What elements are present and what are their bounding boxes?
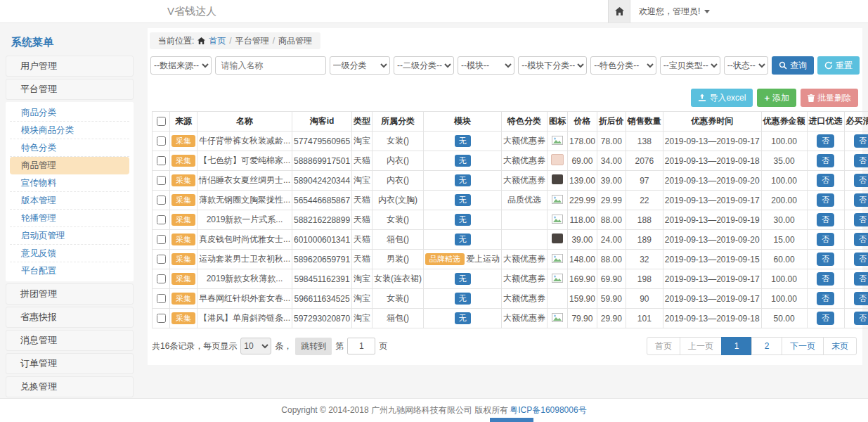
taoke-id: 589620659791 — [292, 250, 352, 269]
reset-button[interactable]: 重置 — [817, 56, 860, 75]
row-checkbox[interactable] — [157, 235, 166, 244]
must-buy-badge[interactable]: 否 — [854, 213, 868, 226]
filter-select-8[interactable]: --状态-- — [724, 56, 768, 75]
jump-button[interactable]: 跳转到 — [295, 338, 332, 355]
coupon-time: 2019-09-13—2019-09-17 — [663, 269, 761, 289]
sidebar-group-item[interactable]: 消息管理 — [6, 330, 134, 351]
product-name: 薄款无钢圈文胸聚拢性... — [197, 191, 292, 210]
sidebar-group-item[interactable]: 订单管理 — [6, 353, 134, 374]
row-checkbox[interactable] — [157, 314, 166, 323]
home-button[interactable] — [608, 0, 630, 23]
coupon-amount: 100.00 — [761, 132, 807, 151]
sidebar-group-item[interactable]: 用户管理 — [6, 56, 134, 77]
sidebar-sub-item[interactable]: 商品管理 — [10, 157, 129, 174]
row-checkbox[interactable] — [157, 196, 166, 205]
product-category: 男装() — [373, 250, 424, 269]
sidebar-sub-item[interactable]: 商品分类 — [10, 104, 129, 122]
row-checkbox[interactable] — [157, 215, 166, 224]
import-select-badge[interactable]: 否 — [817, 213, 834, 226]
coupon-amount: 35.00 — [761, 151, 807, 171]
must-buy-badge[interactable]: 否 — [854, 292, 868, 305]
user-menu[interactable]: 欢迎您，管理员! — [630, 0, 718, 23]
product-name: 2019新款一片式系... — [197, 210, 292, 230]
sidebar-group-item[interactable]: 兑换管理 — [6, 376, 134, 397]
row-checkbox[interactable] — [157, 255, 166, 264]
must-buy-badge[interactable]: 否 — [854, 154, 868, 167]
must-buy-badge[interactable]: 否 — [854, 174, 868, 186]
sidebar-group-item[interactable]: 拼团管理 — [6, 283, 134, 305]
filter-select-3[interactable]: --二级分类-- — [394, 56, 454, 75]
import-select-badge[interactable]: 否 — [817, 193, 834, 206]
jump-page-input[interactable] — [347, 338, 375, 354]
must-buy-badge[interactable]: 否 — [854, 252, 868, 265]
must-buy-badge[interactable]: 否 — [854, 272, 868, 285]
coupon-amount: 15.00 — [761, 230, 807, 250]
sidebar-sub-item[interactable]: 轮播管理 — [10, 210, 129, 227]
row-checkbox[interactable] — [157, 274, 166, 283]
add-button[interactable]: + 添加 — [757, 89, 796, 107]
image-placeholder-icon — [552, 215, 563, 224]
module-cell: 无 — [424, 132, 502, 151]
page-button[interactable]: 1 — [721, 337, 752, 355]
filter-select-4[interactable]: --模块-- — [458, 56, 514, 75]
breadcrumb-home-link[interactable]: 首页 — [209, 35, 226, 47]
source-badge: 采集 — [171, 273, 195, 285]
import-select-badge[interactable]: 否 — [817, 292, 834, 305]
batch-delete-label: 批量删除 — [817, 92, 851, 104]
row-checkbox[interactable] — [157, 294, 166, 303]
import-excel-button[interactable]: 导入excel — [691, 89, 753, 107]
must-buy-badge[interactable]: 否 — [854, 193, 868, 206]
page-button[interactable]: 上一页 — [680, 337, 722, 355]
taoke-id: 588216228899 — [292, 210, 352, 230]
filter-select-7[interactable]: --宝贝类型-- — [660, 56, 720, 75]
page-button[interactable]: 下一页 — [782, 337, 824, 355]
import-select-badge[interactable]: 否 — [817, 233, 834, 245]
sidebar-sub-item[interactable]: 意见反馈 — [10, 245, 129, 262]
action-row: 导入excel + 添加 批量删除 — [148, 89, 858, 107]
import-select-badge[interactable]: 否 — [817, 154, 834, 167]
sales-count: 97 — [626, 171, 663, 191]
product-icon-cell — [548, 151, 568, 171]
name-search-input[interactable] — [215, 56, 326, 75]
product-icon-cell — [548, 210, 568, 230]
select-all-checkbox[interactable] — [157, 117, 166, 126]
batch-delete-button[interactable]: 批量删除 — [801, 89, 858, 107]
icp-link[interactable]: 粤ICP备16098006号 — [510, 404, 586, 416]
import-select-badge[interactable]: 否 — [817, 312, 834, 324]
sidebar-group-item[interactable]: 省惠快报 — [6, 307, 134, 328]
sidebar-menu: 用户管理 平台管理 商品分类 模块商品分类 特色分类 商品管理 宣传物料 版本管… — [6, 56, 134, 421]
import-select-badge[interactable]: 否 — [817, 252, 834, 265]
row-checkbox[interactable] — [157, 176, 166, 185]
sidebar-group-item[interactable]: 平台管理 — [6, 79, 134, 100]
filter-select-5[interactable]: --模块下分类-- — [518, 56, 587, 75]
per-page-select[interactable]: 10 — [240, 338, 271, 354]
search-button[interactable]: 查询 — [772, 56, 814, 75]
row-checkbox[interactable] — [157, 156, 166, 165]
import-select-badge[interactable]: 否 — [817, 272, 834, 285]
module-cell: 无 — [424, 230, 502, 250]
page-button[interactable]: 末页 — [823, 337, 857, 355]
must-buy-badge[interactable]: 否 — [854, 233, 868, 245]
sidebar-sub-item[interactable]: 平台配置 — [10, 262, 129, 279]
row-checkbox[interactable] — [157, 136, 166, 146]
must-buy-badge[interactable]: 否 — [854, 312, 868, 324]
filter-select-6[interactable]: --特色分类-- — [590, 56, 656, 75]
import-select-badge[interactable]: 否 — [817, 174, 834, 186]
products-table: 来源名称淘客id类型所属分类模块特色分类图标价格折后价销售数量优惠券时间优惠券金… — [152, 111, 868, 328]
welcome-text: 欢迎您，管理员! — [639, 6, 700, 18]
must-buy-badge[interactable]: 否 — [854, 134, 868, 147]
trash-icon — [808, 94, 815, 102]
sidebar-sub-item[interactable]: 启动页管理 — [10, 227, 129, 245]
sidebar-sub-item[interactable]: 特色分类 — [10, 139, 129, 157]
plus-icon: + — [764, 94, 770, 103]
import-select-badge[interactable]: 否 — [817, 134, 834, 147]
module-cell: 无 — [424, 151, 502, 171]
filter-select-2[interactable]: 一级分类 — [330, 56, 391, 75]
sidebar-sub-item[interactable]: 宣传物料 — [10, 174, 129, 192]
page-button[interactable]: 首页 — [647, 337, 680, 355]
coupon-amount: 200.00 — [761, 191, 807, 210]
page-button[interactable]: 2 — [751, 337, 782, 355]
sidebar-sub-item[interactable]: 版本管理 — [10, 192, 129, 210]
filter-select-1[interactable]: --数据来源-- — [150, 56, 212, 75]
sidebar-sub-item[interactable]: 模块商品分类 — [10, 122, 129, 139]
